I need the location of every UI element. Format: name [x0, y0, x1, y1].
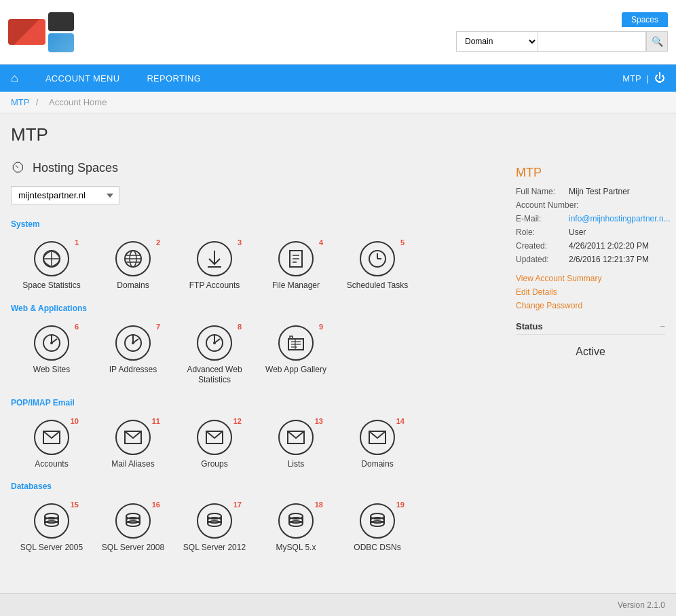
nav-left: ⌂ ACCOUNT MENU REPORTING	[11, 65, 214, 92]
item-groups[interactable]: 12 Groups	[174, 413, 255, 477]
odbc-icon	[360, 503, 395, 539]
account-number-row: Account Number:	[516, 200, 665, 210]
item-file-manager[interactable]: 4 File Manager	[255, 234, 337, 298]
item-space-statistics[interactable]: 1 Space Statistics	[11, 234, 92, 298]
item-ip-addresses[interactable]: 7 IP Addresses	[92, 319, 174, 393]
role-label: Role:	[516, 228, 563, 237]
hosting-spaces-header: ⏲ Hosting Spaces	[11, 159, 502, 177]
email-icon-grid: 10 Accounts 11 Mail Aliases	[11, 413, 502, 477]
item-websites[interactable]: 6 Web Sites	[11, 319, 92, 393]
databases-icon-grid: 15 SQL Server 2005 16	[11, 496, 502, 560]
lists-icon	[278, 420, 314, 455]
search-button[interactable]: 🔍	[646, 31, 668, 52]
logo-icons-bottom	[48, 12, 74, 52]
domains-icon	[115, 241, 151, 276]
view-account-summary-link[interactable]: View Account Summary	[516, 274, 665, 283]
space-select[interactable]: mijntestpartner.nl	[11, 186, 119, 204]
account-name: MTP	[516, 166, 665, 180]
space-statistics-icon	[34, 241, 69, 276]
updated-value: 2/6/2016 12:21:37 PM	[569, 255, 649, 264]
version-label: Version 2.1.0	[618, 600, 665, 610]
email-domains-icon	[360, 420, 395, 455]
email-value[interactable]: info@mijnhostingpartner.n...	[569, 214, 671, 223]
logo-area	[8, 12, 74, 52]
item-mail-aliases[interactable]: 11 Mail Aliases	[92, 413, 174, 477]
sql2005-icon	[34, 503, 69, 539]
status-header: Status −	[516, 321, 665, 335]
section-system-label: System	[11, 219, 502, 229]
home-icon[interactable]: ⌂	[11, 71, 18, 86]
web-app-gallery-icon	[278, 325, 314, 361]
item-sql2012[interactable]: 17 SQL Server 2012	[174, 496, 255, 560]
edit-details-link[interactable]: Edit Details	[516, 287, 665, 297]
spaces-tabs: Spaces	[622, 12, 668, 27]
spaces-tab[interactable]: Spaces	[622, 12, 668, 27]
footer: Version 2.1.0	[0, 593, 676, 616]
search-input[interactable]	[538, 31, 646, 52]
ftp-icon	[197, 241, 232, 276]
item-sql2008[interactable]: 16 SQL Server 2008	[92, 496, 174, 560]
item-ftp-accounts[interactable]: 3 FTP Accounts	[174, 234, 255, 298]
svg-rect-26	[290, 336, 293, 339]
left-panel: ⏲ Hosting Spaces mijntestpartner.nl Syst…	[11, 159, 502, 566]
mysql-icon	[278, 503, 314, 539]
status-label: Status	[516, 321, 543, 331]
created-label: Created:	[516, 241, 563, 251]
top-bar: Spaces Domain 🔍	[0, 0, 676, 65]
search-select[interactable]: Domain	[456, 31, 538, 52]
sql2012-icon	[197, 503, 232, 539]
power-icon[interactable]: ⏻	[654, 72, 665, 84]
item-web-app-gallery[interactable]: 9 Web App Gallery	[255, 319, 337, 393]
section-email-label: POP/IMAP Email	[11, 398, 502, 407]
role-row: Role: User	[516, 228, 665, 237]
logo-icon-blue	[48, 33, 74, 52]
updated-label: Updated:	[516, 255, 563, 264]
item-scheduled-tasks[interactable]: 5 Scheduled Tasks	[337, 234, 418, 298]
search-row: Domain 🔍	[456, 31, 668, 52]
full-name-row: Full Name: Mijn Test Partner	[516, 187, 665, 196]
change-password-link[interactable]: Change Password	[516, 301, 665, 310]
breadcrumb-root[interactable]: MTP	[11, 97, 29, 107]
logo-icon-dark	[48, 12, 74, 31]
search-area: Spaces Domain 🔍	[456, 12, 668, 52]
system-icon-grid: 1 Space Statistics 2	[11, 234, 502, 298]
ip-addresses-icon	[115, 325, 151, 361]
status-value: Active	[516, 340, 665, 363]
item-sql2005[interactable]: 15 SQL Server 2005	[11, 496, 92, 560]
advanced-web-stats-icon	[197, 325, 232, 361]
email-label: E-Mail:	[516, 214, 563, 223]
nav-account-menu[interactable]: ACCOUNT MENU	[32, 65, 134, 92]
status-toggle[interactable]: −	[660, 321, 665, 331]
file-manager-icon	[278, 241, 314, 276]
status-section: Status − Active	[516, 321, 665, 363]
hosting-spaces-title: Hosting Spaces	[33, 161, 118, 175]
svg-point-21	[132, 342, 134, 344]
nav-reporting[interactable]: REPORTING	[133, 65, 214, 92]
updated-row: Updated: 2/6/2016 12:21:37 PM	[516, 255, 665, 264]
mail-aliases-icon	[115, 420, 151, 455]
item-advanced-web-stats[interactable]: 8 Advanced Web Statistics	[174, 319, 255, 393]
item-odbc[interactable]: 19 ODBC DSNs	[337, 496, 418, 560]
hosting-spaces-icon: ⏲	[11, 159, 26, 177]
nav-user: MTP	[622, 73, 641, 84]
groups-icon	[197, 420, 232, 455]
sql2008-icon	[115, 503, 151, 539]
item-lists[interactable]: 13 Lists	[255, 413, 337, 477]
scheduled-tasks-icon	[360, 241, 395, 276]
item-domains[interactable]: 2 Domains	[92, 234, 174, 298]
breadcrumb-current: Account Home	[49, 97, 107, 107]
section-web-label: Web & Applications	[11, 304, 502, 313]
account-links: View Account Summary Edit Details Change…	[516, 274, 665, 310]
account-card: MTP Full Name: Mijn Test Partner Account…	[516, 166, 665, 363]
nav-separator: |	[647, 73, 649, 84]
email-accounts-icon	[34, 420, 69, 455]
created-row: Created: 4/26/2011 2:02:20 PM	[516, 241, 665, 251]
svg-point-24	[213, 342, 216, 344]
item-email-domains[interactable]: 14 Domains	[337, 413, 418, 477]
main-content: ⏲ Hosting Spaces mijntestpartner.nl Syst…	[0, 145, 676, 579]
item-email-accounts[interactable]: 10 Accounts	[11, 413, 92, 477]
websites-icon	[34, 325, 69, 361]
breadcrumb: MTP / Account Home	[0, 92, 676, 113]
logo-icon-top	[8, 19, 45, 45]
item-mysql[interactable]: 18 MySQL 5.x	[255, 496, 337, 560]
